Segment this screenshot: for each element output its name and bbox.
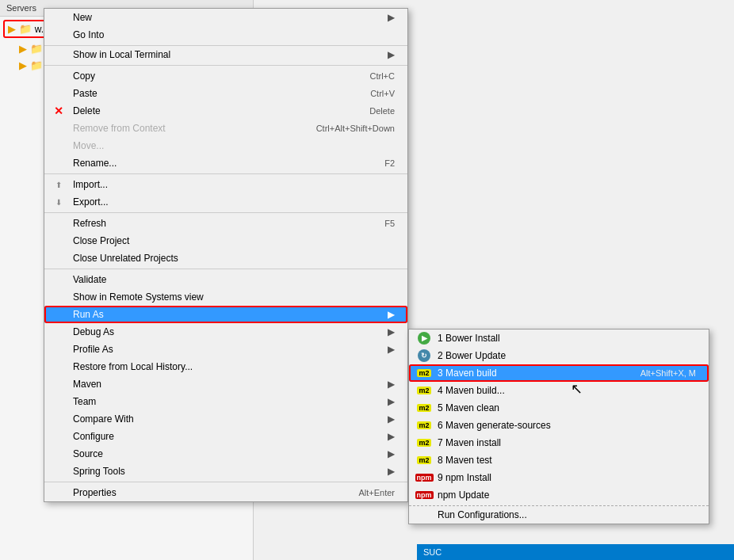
submenu-label-maven-clean: 5 Maven clean <box>438 402 499 413</box>
menu-item-import[interactable]: ⬆ Import... <box>44 176 407 193</box>
menu-item-remote-systems[interactable]: Show in Remote Systems view <box>44 288 407 306</box>
menu-item-spring-tools[interactable]: Spring Tools ▶ <box>44 463 407 480</box>
status-text: SUC <box>423 547 442 557</box>
menu-label-debug-as: Debug As <box>73 326 381 337</box>
menu-label-team: Team <box>73 396 381 407</box>
menu-item-close-unrelated[interactable]: Close Unrelated Projects <box>44 250 407 267</box>
remove-context-shortcut: Ctrl+Alt+Shift+Down <box>316 124 395 133</box>
menu-label-show-terminal: Show in Local Terminal <box>73 49 381 60</box>
submenu-item-maven-test[interactable]: m2 8 Maven test <box>409 451 709 469</box>
separator-1 <box>44 65 407 66</box>
menu-item-profile-as[interactable]: Profile As ▶ <box>44 341 407 358</box>
menu-item-close-project[interactable]: Close Project <box>44 232 407 250</box>
menu-item-validate[interactable]: Validate <box>44 271 407 288</box>
submenu-label-maven-build-dots: 4 Maven build... <box>438 385 505 396</box>
menu-item-properties[interactable]: Properties Alt+Enter <box>44 484 407 501</box>
spring-tools-arrow: ▶ <box>388 466 395 477</box>
menu-item-run-as[interactable]: Run As ▶ <box>44 306 407 323</box>
maven-build-icon: m2 <box>415 369 433 377</box>
menu-item-rename[interactable]: Rename... F2 <box>44 154 407 172</box>
menu-item-go-into[interactable]: Go Into <box>44 26 407 44</box>
menu-label-move: Move... <box>73 140 395 151</box>
menu-item-source[interactable]: Source ▶ <box>44 445 407 463</box>
menu-item-restore-history[interactable]: Restore from Local History... <box>44 358 407 375</box>
submenu-label-run-configurations: Run Configurations... <box>438 509 527 520</box>
menu-label-run-as: Run As <box>73 309 381 320</box>
menu-item-team[interactable]: Team ▶ <box>44 393 407 410</box>
menu-item-paste[interactable]: Paste Ctrl+V <box>44 85 407 102</box>
submenu-item-maven-generate[interactable]: m2 6 Maven generate-sources <box>409 417 709 434</box>
menu-label-properties: Properties <box>73 487 358 498</box>
context-menu: New ▶ Go Into Show in Local Terminal ▶ C… <box>44 8 408 502</box>
menu-item-copy[interactable]: Copy Ctrl+C <box>44 67 407 85</box>
npm-update-icon: npm <box>415 491 433 499</box>
menu-label-validate: Validate <box>73 274 395 285</box>
export-icon: ⬇ <box>51 198 67 207</box>
menu-label-profile-as: Profile As <box>73 344 381 355</box>
separator-5 <box>44 482 407 482</box>
menu-label-rename: Rename... <box>73 158 384 169</box>
menu-label-remove-context: Remove from Context <box>73 123 316 134</box>
submenu-item-bower-update[interactable]: ↻ 2 Bower Update <box>409 347 709 364</box>
menu-label-configure: Configure <box>73 431 381 442</box>
maven-generate-icon: m2 <box>415 421 433 429</box>
menu-item-maven[interactable]: Maven ▶ <box>44 375 407 393</box>
maven-build-shortcut: Alt+Shift+X, M <box>640 368 696 378</box>
debug-as-arrow: ▶ <box>388 326 395 337</box>
compare-with-arrow: ▶ <box>388 413 395 425</box>
menu-item-debug-as[interactable]: Debug As ▶ <box>44 323 407 341</box>
menu-label-new: New <box>73 12 381 23</box>
submenu-item-npm-install[interactable]: npm 9 npm Install <box>409 469 709 486</box>
folder-icon-2: ▶ 📁 <box>19 59 43 71</box>
submenu-label-maven-install: 7 Maven install <box>438 437 501 448</box>
menu-label-restore-history: Restore from Local History... <box>73 361 395 372</box>
menu-item-compare-with[interactable]: Compare With ▶ <box>44 410 407 428</box>
submenu-run-as: ▶ 1 Bower Install ↻ 2 Bower Update m2 3 … <box>408 329 709 524</box>
menu-label-maven: Maven <box>73 379 381 390</box>
sidebar-header-label: Servers <box>6 3 36 13</box>
maven-arrow: ▶ <box>388 379 395 390</box>
maven-install-icon: m2 <box>415 439 433 447</box>
menu-item-refresh[interactable]: Refresh F5 <box>44 215 407 232</box>
menu-label-go-into: Go Into <box>73 29 395 40</box>
menu-item-new[interactable]: New ▶ <box>44 9 407 26</box>
menu-label-delete: Delete <box>73 105 369 116</box>
menu-label-remote-systems: Show in Remote Systems view <box>73 291 395 303</box>
menu-label-compare-with: Compare With <box>73 413 381 425</box>
folder-icon-1: ▶ 📁 <box>19 43 43 55</box>
menu-label-refresh: Refresh <box>73 218 384 229</box>
menu-label-paste: Paste <box>73 88 370 99</box>
submenu-label-bower-install: 1 Bower Install <box>438 333 500 344</box>
submenu-label-maven-test: 8 Maven test <box>438 455 492 466</box>
configure-arrow: ▶ <box>388 431 395 442</box>
new-arrow: ▶ <box>388 12 395 23</box>
submenu-item-maven-build-dots[interactable]: m2 4 Maven build... <box>409 382 709 399</box>
mouse-cursor: ↖ <box>571 380 583 398</box>
terminal-arrow: ▶ <box>388 49 395 60</box>
npm-install-icon: npm <box>415 474 433 482</box>
maven-build-dots-icon: m2 <box>415 387 433 394</box>
menu-item-show-terminal[interactable]: Show in Local Terminal ▶ <box>44 45 407 63</box>
separator-2 <box>44 173 407 174</box>
run-as-arrow: ▶ <box>388 309 395 320</box>
submenu-item-bower-install[interactable]: ▶ 1 Bower Install <box>409 330 709 347</box>
submenu-label-npm-install: 9 npm Install <box>438 472 491 483</box>
menu-item-export[interactable]: ⬇ Export... <box>44 193 407 211</box>
submenu-item-npm-update[interactable]: npm npm Update <box>409 486 709 504</box>
team-arrow: ▶ <box>388 396 395 407</box>
menu-label-spring-tools: Spring Tools <box>73 466 381 477</box>
menu-item-move[interactable]: Move... <box>44 137 407 154</box>
menu-item-delete[interactable]: ✕ Delete Delete <box>44 102 407 120</box>
bower-update-icon: ↻ <box>415 349 433 362</box>
submenu-item-run-configurations[interactable]: Run Configurations... <box>409 506 709 524</box>
submenu-item-maven-build[interactable]: m2 3 Maven build Alt+Shift+X, M <box>409 364 709 382</box>
menu-label-close-unrelated: Close Unrelated Projects <box>73 253 395 264</box>
submenu-item-maven-clean[interactable]: m2 5 Maven clean <box>409 399 709 417</box>
menu-item-configure[interactable]: Configure ▶ <box>44 428 407 445</box>
submenu-label-bower-update: 2 Bower Update <box>438 350 506 361</box>
submenu-item-maven-install[interactable]: m2 7 Maven install <box>409 434 709 451</box>
rename-shortcut: F2 <box>384 158 395 168</box>
properties-shortcut: Alt+Enter <box>358 488 395 497</box>
menu-item-remove-context[interactable]: Remove from Context Ctrl+Alt+Shift+Down <box>44 120 407 137</box>
status-bar: SUC <box>417 544 734 560</box>
